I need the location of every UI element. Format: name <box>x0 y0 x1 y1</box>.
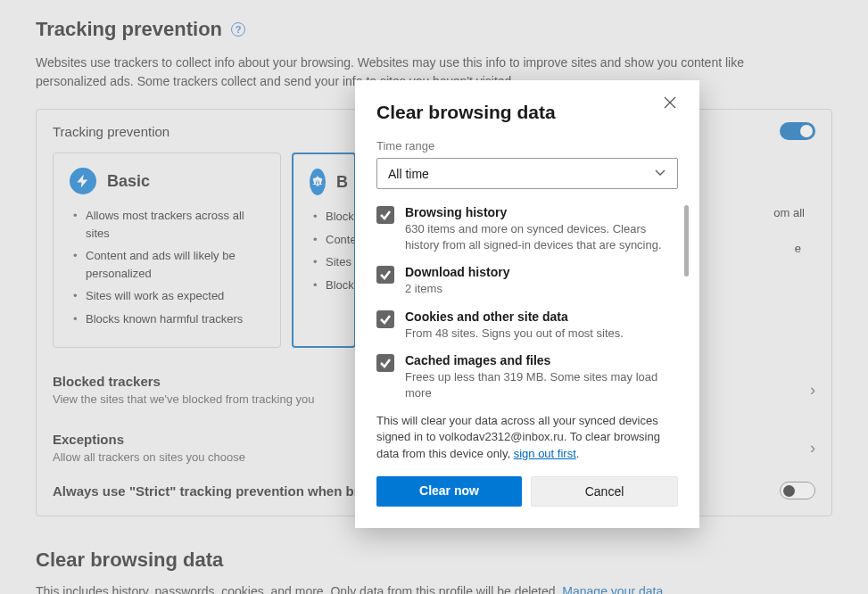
time-range-value: All time <box>388 167 429 181</box>
time-range-label: Time range <box>376 139 678 153</box>
dialog-title: Clear browsing data <box>376 102 556 123</box>
checkbox-checked-icon[interactable] <box>376 310 394 328</box>
option-cookies[interactable]: Cookies and other site data From 48 site… <box>376 309 673 342</box>
close-icon[interactable] <box>662 95 678 114</box>
option-title: Download history <box>405 265 509 279</box>
option-browsing-history[interactable]: Browsing history 630 items and more on s… <box>376 205 673 252</box>
option-desc: Frees up less than 319 MB. Some sites ma… <box>405 369 673 400</box>
note-suffix: . <box>576 447 580 460</box>
data-type-options: Browsing history 630 items and more on s… <box>376 205 678 400</box>
scrollbar-thumb[interactable] <box>684 205 689 276</box>
option-download-history[interactable]: Download history 2 items <box>376 265 673 297</box>
option-desc: From 48 sites. Signs you out of most sit… <box>405 326 624 342</box>
option-cache[interactable]: Cached images and files Frees up less th… <box>376 353 673 400</box>
option-desc: 2 items <box>405 281 509 297</box>
option-desc: 630 items and more on synced devices. Cl… <box>405 221 673 252</box>
time-range-select[interactable]: All time <box>376 158 678 189</box>
dialog-header: Clear browsing data <box>376 102 678 123</box>
option-title: Cached images and files <box>405 353 673 367</box>
modal-overlay: Clear browsing data Time range All time … <box>0 0 868 594</box>
chevron-down-icon <box>654 166 666 181</box>
clear-browsing-data-dialog: Clear browsing data Time range All time … <box>355 80 699 528</box>
dialog-buttons: Clear now Cancel <box>376 476 678 507</box>
option-title: Browsing history <box>405 205 673 219</box>
dialog-sync-note: This will clear your data across all you… <box>376 413 678 462</box>
clear-now-button[interactable]: Clear now <box>376 476 522 507</box>
checkbox-checked-icon[interactable] <box>376 354 394 372</box>
cancel-button[interactable]: Cancel <box>531 476 678 507</box>
sign-out-link[interactable]: sign out first <box>514 447 576 460</box>
checkbox-checked-icon[interactable] <box>376 206 394 224</box>
checkbox-checked-icon[interactable] <box>376 266 394 284</box>
option-title: Cookies and other site data <box>405 309 624 324</box>
